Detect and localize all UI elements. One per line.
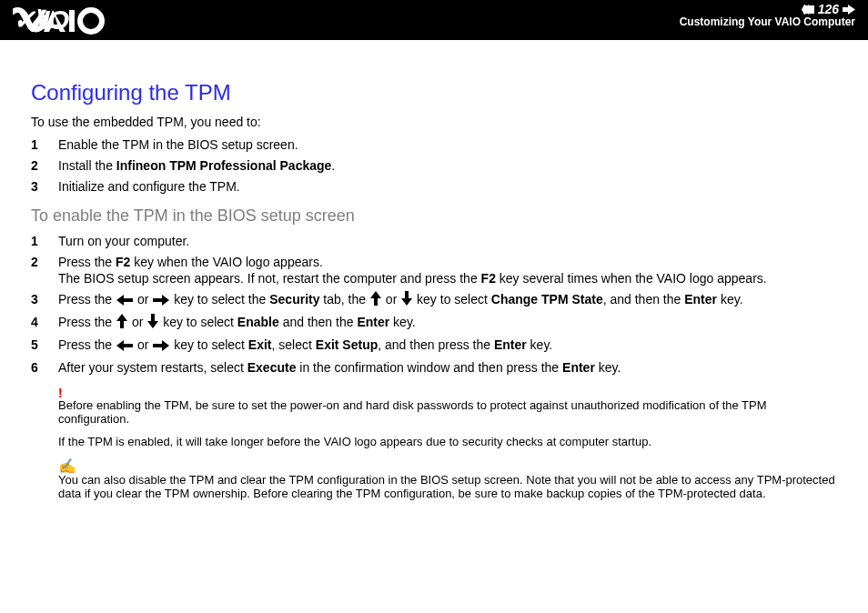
step-text: Press the (58, 255, 116, 269)
page-navigation: 126 (680, 3, 855, 16)
down-arrow-icon (147, 314, 158, 333)
summary-step: Enable the TPM in the BIOS setup screen. (31, 136, 837, 154)
step-text: key. (389, 315, 416, 329)
next-page-arrow-icon[interactable] (843, 5, 855, 15)
subheading: To enable the TPM in the BIOS setup scre… (31, 206, 837, 226)
info-text: If the TPM is enabled, it will take long… (58, 435, 651, 448)
right-arrow-icon (153, 293, 169, 310)
vaio-logo: ✓⁄\IO (13, 4, 113, 36)
left-arrow-icon (116, 293, 133, 310)
up-arrow-icon (116, 314, 127, 333)
step-text: or (128, 315, 146, 329)
step-text: Press the (58, 315, 116, 329)
detail-step: Press the or key to select Enable and th… (31, 314, 837, 333)
summary-step: Initialize and configure the TPM. (31, 178, 837, 196)
step-text: Press the (58, 292, 116, 306)
step-bold: Execute (247, 360, 297, 375)
step-text: key to select (413, 292, 491, 306)
note-block: ✍ You can also disable the TPM and clear… (31, 457, 837, 500)
svg-marker-11 (116, 314, 127, 328)
step-text: and then the (279, 315, 358, 329)
intro-text: To use the embedded TPM, you need to: (31, 115, 837, 129)
step-text: Install the (58, 158, 116, 173)
step-text: . (331, 158, 335, 173)
summary-step: Install the Infineon TPM Professional Pa… (31, 157, 837, 175)
svg-point-3 (80, 10, 102, 32)
step-text: key when the VAIO logo appears. (130, 255, 322, 269)
step-text: key. (595, 360, 621, 375)
step-text: tab, the (319, 292, 368, 306)
svg-marker-8 (153, 295, 169, 306)
info-block: If the TPM is enabled, it will take long… (31, 435, 837, 448)
summary-steps: Enable the TPM in the BIOS setup screen.… (31, 136, 837, 196)
key-name: Enter (494, 337, 527, 352)
svg-marker-9 (370, 291, 381, 306)
prev-page-arrow-icon[interactable] (802, 5, 814, 15)
right-arrow-icon (153, 338, 169, 356)
detail-step: Press the or key to select the Security … (31, 291, 837, 310)
step-text: key. (527, 337, 553, 352)
left-arrow-icon (116, 338, 133, 356)
page-content: Configuring the TPM To use the embedded … (0, 40, 868, 509)
step-text: , and then press the (378, 337, 494, 352)
svg-marker-6 (843, 5, 855, 15)
warning-block: ! Before enabling the TPM, be sure to se… (31, 386, 837, 426)
header-bar: ✓⁄\IO 126 Customizing Your VAIO Computer (0, 0, 868, 40)
step-text: key to select the (170, 292, 269, 306)
svg-marker-14 (153, 340, 169, 351)
step-text: , select (272, 337, 316, 352)
step-bold: Enable (237, 315, 279, 329)
page-title: Configuring the TPM (31, 80, 837, 106)
step-text: key to select (170, 337, 248, 352)
step-text: key several times when the VAIO logo app… (496, 271, 767, 286)
svg-marker-7 (116, 295, 133, 306)
step-text: Initialize and configure the TPM. (58, 179, 240, 194)
key-name: F2 (481, 271, 496, 286)
warning-text: Before enabling the TPM, be sure to set … (58, 398, 767, 426)
key-name: Enter (357, 315, 389, 329)
svg-rect-2 (69, 10, 75, 32)
step-text: After your system restarts, select (58, 360, 247, 375)
page-number: 126 (818, 3, 839, 16)
step-text: The BIOS setup screen appears. If not, r… (58, 271, 481, 286)
key-name: F2 (116, 255, 130, 269)
detail-step: Press the or key to select Exit, select … (31, 337, 837, 356)
down-arrow-icon (401, 291, 412, 310)
step-text: or (382, 292, 400, 306)
step-text: Turn on your computer. (58, 234, 189, 248)
step-text: key to select (159, 315, 237, 329)
svg-marker-10 (401, 291, 412, 306)
step-text: , and then the (603, 292, 685, 306)
detail-steps: Turn on your computer. Press the F2 key … (31, 233, 837, 377)
step-text: or (134, 337, 152, 352)
step-bold: Exit (248, 337, 272, 352)
step-bold: Change TPM State (491, 292, 603, 306)
step-text: in the confirmation window and then pres… (296, 360, 562, 375)
step-bold: Infineon TPM Professional Package (116, 158, 332, 173)
section-title: Customizing Your VAIO Computer (680, 16, 855, 28)
key-name: Enter (684, 292, 717, 306)
up-arrow-icon (370, 291, 381, 310)
step-bold: Security (269, 292, 319, 306)
step-text: Enable the TPM in the BIOS setup screen. (58, 137, 298, 152)
step-text: key. (717, 292, 743, 306)
step-text: or (134, 292, 152, 306)
detail-step: Press the F2 key when the VAIO logo appe… (31, 254, 837, 288)
step-text: Press the (58, 337, 116, 352)
detail-step: After your system restarts, select Execu… (31, 359, 837, 377)
key-name: Enter (562, 360, 595, 375)
step-bold: Exit Setup (316, 337, 378, 352)
svg-marker-13 (116, 340, 133, 351)
svg-marker-12 (147, 314, 158, 328)
note-text: You can also disable the TPM and clear t… (58, 473, 835, 500)
detail-step: Turn on your computer. (31, 233, 837, 250)
